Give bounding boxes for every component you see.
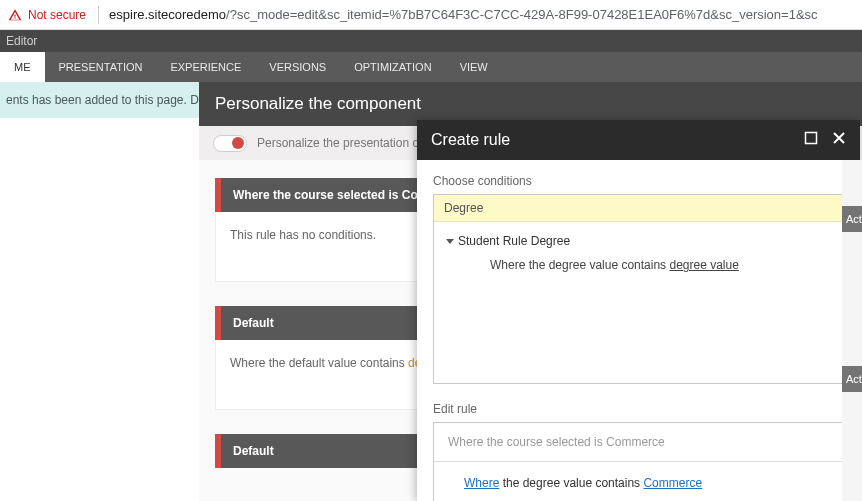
conditions-box: Degree Student Rule Degree Where the deg… [433, 194, 844, 384]
toggle-knob [232, 137, 244, 149]
edit-rule-expression: Where the degree value contains Commerce [434, 462, 843, 501]
create-rule-modal: Create rule Choose conditions Degree Stu… [417, 120, 860, 501]
condition-rule-template[interactable]: Where the degree value contains degree v… [446, 250, 831, 272]
tab-optimization[interactable]: OPTIMIZATION [340, 52, 445, 82]
maximize-icon[interactable] [804, 131, 818, 149]
tab-experience[interactable]: EXPERIENCE [156, 52, 255, 82]
sliver-acti-2: Acti [842, 366, 862, 392]
edit-rule-box: Where the course selected is Commerce Wh… [433, 422, 844, 501]
create-rule-title: Create rule [431, 131, 510, 149]
not-secure-label: Not secure [28, 8, 86, 22]
personalize-toggle[interactable] [213, 135, 247, 152]
edit-rule-name[interactable]: Where the course selected is Commerce [434, 423, 843, 461]
tab-view[interactable]: VIEW [446, 52, 502, 82]
degree-value-token[interactable]: degree value [669, 258, 738, 272]
tab-home[interactable]: ME [0, 52, 45, 82]
choose-conditions-label: Choose conditions [433, 174, 844, 188]
url-text[interactable]: espire.sitecoredemo/?sc_mode=edit&sc_ite… [109, 7, 818, 22]
ribbon-tabs: ME PRESENTATION EXPERIENCE VERSIONS OPTI… [0, 52, 862, 82]
commerce-link[interactable]: Commerce [643, 476, 702, 490]
editor-title: Editor [6, 34, 37, 48]
caret-down-icon [446, 239, 454, 244]
close-icon[interactable] [832, 131, 846, 149]
create-rule-titlebar: Create rule [417, 120, 860, 160]
sliver-acti-1: Acti [842, 206, 862, 232]
url-separator [98, 6, 99, 24]
editor-title-bar: Editor [0, 30, 862, 52]
svg-rect-0 [806, 133, 817, 144]
tab-presentation[interactable]: PRESENTATION [45, 52, 157, 82]
conditions-search[interactable]: Degree [434, 195, 843, 222]
condition-group[interactable]: Student Rule Degree [446, 232, 831, 250]
where-link[interactable]: Where [464, 476, 499, 490]
right-panel-sliver: Acti Acti [842, 160, 862, 501]
not-secure-icon [8, 8, 22, 22]
edit-rule-label: Edit rule [433, 402, 844, 416]
browser-url-bar: Not secure espire.sitecoredemo/?sc_mode=… [0, 0, 862, 30]
tab-versions[interactable]: VERSIONS [255, 52, 340, 82]
